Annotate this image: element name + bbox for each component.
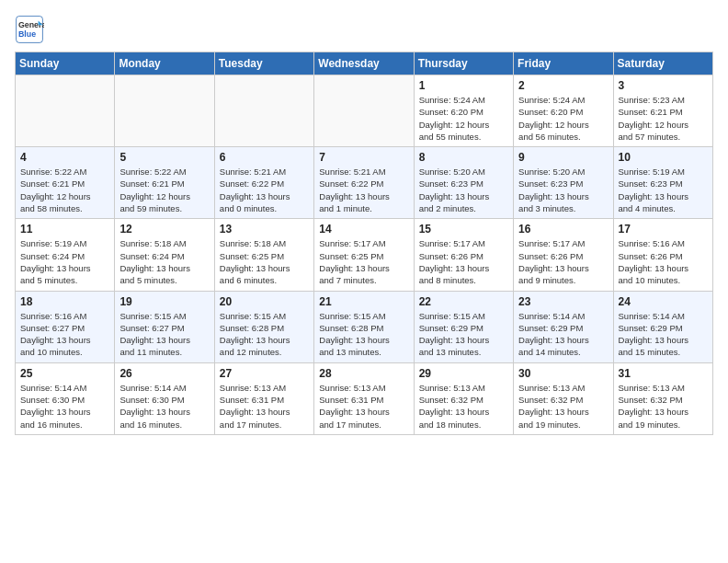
day-info: Sunrise: 5:13 AM Sunset: 6:31 PM Dayligh… [220,382,309,431]
calendar-cell: 15Sunrise: 5:17 AM Sunset: 6:26 PM Dayli… [414,219,513,291]
day-info: Sunrise: 5:19 AM Sunset: 6:23 PM Dayligh… [619,166,708,214]
calendar-cell: 1Sunrise: 5:24 AM Sunset: 6:20 PM Daylig… [414,75,513,147]
day-number: 29 [419,367,508,380]
calendar-week-5: 25Sunrise: 5:14 AM Sunset: 6:30 PM Dayli… [16,362,713,434]
svg-text:General: General [18,20,44,29]
day-number: 28 [319,367,408,380]
calendar-week-3: 11Sunrise: 5:19 AM Sunset: 6:24 PM Dayli… [16,219,713,291]
weekday-header-sunday: Sunday [16,52,115,75]
calendar-cell: 7Sunrise: 5:21 AM Sunset: 6:22 PM Daylig… [314,147,414,219]
calendar-cell: 9Sunrise: 5:20 AM Sunset: 6:23 PM Daylig… [514,147,613,219]
calendar-cell: 8Sunrise: 5:20 AM Sunset: 6:23 PM Daylig… [414,147,513,219]
logo: General Blue [15,15,48,44]
day-number: 12 [119,223,209,236]
logo-icon: General Blue [15,15,44,44]
day-info: Sunrise: 5:20 AM Sunset: 6:23 PM Dayligh… [419,166,508,214]
weekday-header-tuesday: Tuesday [214,52,313,75]
day-number: 5 [119,151,209,164]
day-info: Sunrise: 5:19 AM Sunset: 6:24 PM Dayligh… [20,237,109,286]
day-number: 16 [518,223,608,236]
weekday-header-thursday: Thursday [414,52,513,75]
weekday-header-monday: Monday [115,52,214,75]
day-number: 4 [20,151,109,164]
day-number: 27 [220,367,309,380]
calendar-cell: 27Sunrise: 5:13 AM Sunset: 6:31 PM Dayli… [214,362,313,434]
day-info: Sunrise: 5:21 AM Sunset: 6:22 PM Dayligh… [220,166,309,214]
day-info: Sunrise: 5:24 AM Sunset: 6:20 PM Dayligh… [419,94,508,143]
day-info: Sunrise: 5:23 AM Sunset: 6:21 PM Dayligh… [619,94,708,143]
calendar-cell: 4Sunrise: 5:22 AM Sunset: 6:21 PM Daylig… [16,147,115,219]
day-info: Sunrise: 5:14 AM Sunset: 6:30 PM Dayligh… [119,382,209,431]
weekday-header-friday: Friday [514,52,613,75]
day-info: Sunrise: 5:13 AM Sunset: 6:32 PM Dayligh… [419,382,508,431]
calendar-cell: 10Sunrise: 5:19 AM Sunset: 6:23 PM Dayli… [613,147,712,219]
day-number: 26 [119,367,209,380]
day-info: Sunrise: 5:20 AM Sunset: 6:23 PM Dayligh… [518,166,608,214]
day-number: 14 [319,223,408,236]
day-info: Sunrise: 5:14 AM Sunset: 6:29 PM Dayligh… [619,310,708,359]
day-number: 1 [419,79,508,92]
day-number: 31 [619,367,708,380]
day-info: Sunrise: 5:18 AM Sunset: 6:24 PM Dayligh… [119,237,209,286]
day-info: Sunrise: 5:17 AM Sunset: 6:26 PM Dayligh… [419,237,508,286]
day-info: Sunrise: 5:17 AM Sunset: 6:26 PM Dayligh… [518,237,608,286]
calendar-cell: 16Sunrise: 5:17 AM Sunset: 6:26 PM Dayli… [514,219,613,291]
calendar-cell [16,75,115,147]
weekday-header-row: SundayMondayTuesdayWednesdayThursdayFrid… [16,52,713,75]
day-number: 10 [619,151,708,164]
day-info: Sunrise: 5:16 AM Sunset: 6:27 PM Dayligh… [20,310,109,359]
calendar-cell: 20Sunrise: 5:15 AM Sunset: 6:28 PM Dayli… [214,291,313,362]
calendar-cell: 19Sunrise: 5:15 AM Sunset: 6:27 PM Dayli… [115,291,214,362]
day-info: Sunrise: 5:22 AM Sunset: 6:21 PM Dayligh… [119,166,209,214]
day-number: 21 [319,295,408,308]
day-info: Sunrise: 5:13 AM Sunset: 6:32 PM Dayligh… [619,382,708,431]
day-number: 30 [518,367,608,380]
day-number: 2 [518,79,608,92]
calendar-cell: 14Sunrise: 5:17 AM Sunset: 6:25 PM Dayli… [314,219,414,291]
calendar-cell: 6Sunrise: 5:21 AM Sunset: 6:22 PM Daylig… [214,147,313,219]
calendar: SundayMondayTuesdayWednesdayThursdayFrid… [15,52,713,435]
calendar-cell: 3Sunrise: 5:23 AM Sunset: 6:21 PM Daylig… [613,75,712,147]
day-number: 11 [20,223,109,236]
calendar-cell: 18Sunrise: 5:16 AM Sunset: 6:27 PM Dayli… [16,291,115,362]
day-info: Sunrise: 5:17 AM Sunset: 6:25 PM Dayligh… [319,237,408,286]
calendar-week-2: 4Sunrise: 5:22 AM Sunset: 6:21 PM Daylig… [16,147,713,219]
svg-text:Blue: Blue [18,29,36,39]
day-info: Sunrise: 5:15 AM Sunset: 6:27 PM Dayligh… [119,310,209,359]
calendar-cell: 2Sunrise: 5:24 AM Sunset: 6:20 PM Daylig… [514,75,613,147]
calendar-cell: 30Sunrise: 5:13 AM Sunset: 6:32 PM Dayli… [514,362,613,434]
day-number: 7 [319,151,408,164]
calendar-week-4: 18Sunrise: 5:16 AM Sunset: 6:27 PM Dayli… [16,291,713,362]
day-number: 18 [20,295,109,308]
calendar-cell [314,75,414,147]
day-number: 22 [419,295,508,308]
day-number: 6 [220,151,309,164]
calendar-cell: 12Sunrise: 5:18 AM Sunset: 6:24 PM Dayli… [115,219,214,291]
day-number: 15 [419,223,508,236]
day-info: Sunrise: 5:13 AM Sunset: 6:32 PM Dayligh… [518,382,608,431]
calendar-cell [214,75,313,147]
day-number: 23 [518,295,608,308]
calendar-cell: 28Sunrise: 5:13 AM Sunset: 6:31 PM Dayli… [314,362,414,434]
day-info: Sunrise: 5:15 AM Sunset: 6:29 PM Dayligh… [419,310,508,359]
day-number: 13 [220,223,309,236]
calendar-cell: 23Sunrise: 5:14 AM Sunset: 6:29 PM Dayli… [514,291,613,362]
day-number: 24 [619,295,708,308]
calendar-cell: 22Sunrise: 5:15 AM Sunset: 6:29 PM Dayli… [414,291,513,362]
weekday-header-wednesday: Wednesday [314,52,414,75]
day-info: Sunrise: 5:15 AM Sunset: 6:28 PM Dayligh… [220,310,309,359]
header: General Blue [15,15,713,44]
day-info: Sunrise: 5:16 AM Sunset: 6:26 PM Dayligh… [619,237,708,286]
day-number: 25 [20,367,109,380]
day-number: 19 [119,295,209,308]
day-info: Sunrise: 5:14 AM Sunset: 6:29 PM Dayligh… [518,310,608,359]
calendar-cell: 26Sunrise: 5:14 AM Sunset: 6:30 PM Dayli… [115,362,214,434]
calendar-cell: 13Sunrise: 5:18 AM Sunset: 6:25 PM Dayli… [214,219,313,291]
calendar-cell: 17Sunrise: 5:16 AM Sunset: 6:26 PM Dayli… [613,219,712,291]
calendar-cell: 24Sunrise: 5:14 AM Sunset: 6:29 PM Dayli… [613,291,712,362]
day-info: Sunrise: 5:22 AM Sunset: 6:21 PM Dayligh… [20,166,109,214]
calendar-week-1: 1Sunrise: 5:24 AM Sunset: 6:20 PM Daylig… [16,75,713,147]
day-info: Sunrise: 5:14 AM Sunset: 6:30 PM Dayligh… [20,382,109,431]
calendar-body: 1Sunrise: 5:24 AM Sunset: 6:20 PM Daylig… [16,75,713,435]
calendar-cell [115,75,214,147]
